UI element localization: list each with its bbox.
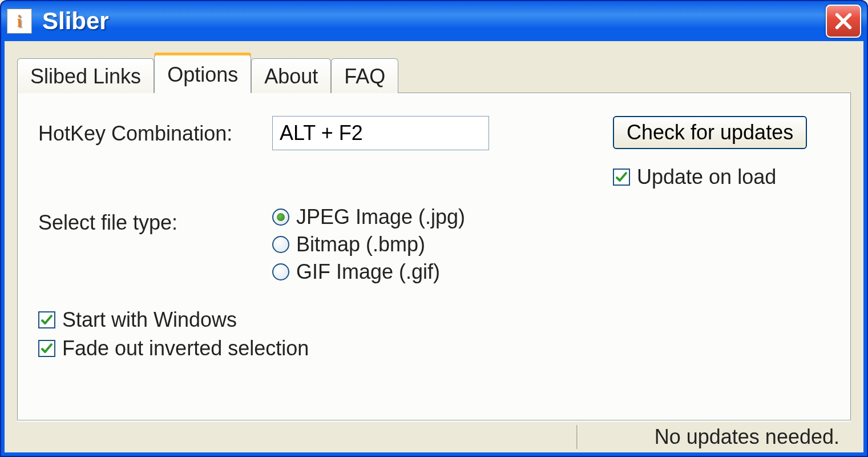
filetype-label: Select file type: [38, 205, 272, 235]
fade-out-label: Fade out inverted selection [62, 336, 309, 360]
options-panel: HotKey Combination: Check for updates Up… [17, 93, 851, 420]
filetype-bmp-label: Bitmap (.bmp) [296, 232, 425, 256]
tab-options[interactable]: Options [154, 54, 251, 93]
statusbar: No updates needed. [17, 420, 851, 452]
filetype-jpeg-label: JPEG Image (.jpg) [296, 205, 465, 229]
tab-faq[interactable]: FAQ [331, 58, 398, 93]
tab-about[interactable]: About [251, 58, 331, 93]
app-window: i Sliber Slibed Links Options About FAQ … [0, 0, 868, 457]
hotkey-label: HotKey Combination: [38, 116, 272, 146]
close-icon [834, 11, 853, 31]
filetype-radio-jpeg[interactable]: JPEG Image (.jpg) [272, 205, 613, 229]
radio-icon [272, 263, 289, 280]
window-title: Sliber [42, 7, 826, 35]
close-button[interactable] [826, 5, 861, 38]
status-text: No updates needed. [655, 425, 839, 449]
tabstrip: Slibed Links Options About FAQ [17, 54, 851, 93]
radio-icon [272, 209, 289, 226]
check-updates-button[interactable]: Check for updates [613, 116, 807, 149]
start-with-windows-checkbox[interactable]: Start with Windows [38, 308, 830, 332]
hotkey-input[interactable] [272, 116, 489, 150]
client-area: Slibed Links Options About FAQ HotKey Co… [5, 41, 863, 452]
update-on-load-checkbox[interactable]: Update on load [613, 165, 776, 189]
filetype-radio-bmp[interactable]: Bitmap (.bmp) [272, 232, 613, 256]
filetype-radio-group: JPEG Image (.jpg) Bitmap (.bmp) GIF Imag… [272, 205, 613, 284]
radio-icon [272, 236, 289, 253]
checkbox-icon [613, 169, 630, 186]
fade-out-checkbox[interactable]: Fade out inverted selection [38, 336, 830, 360]
start-with-windows-label: Start with Windows [62, 308, 237, 332]
filetype-gif-label: GIF Image (.gif) [296, 260, 440, 284]
titlebar[interactable]: i Sliber [1, 1, 867, 41]
checkbox-icon [38, 340, 55, 357]
update-on-load-label: Update on load [637, 165, 776, 189]
tab-slibed-links[interactable]: Slibed Links [17, 58, 154, 93]
filetype-radio-gif[interactable]: GIF Image (.gif) [272, 260, 613, 284]
checkbox-icon [38, 311, 55, 328]
app-icon: i [7, 9, 32, 34]
